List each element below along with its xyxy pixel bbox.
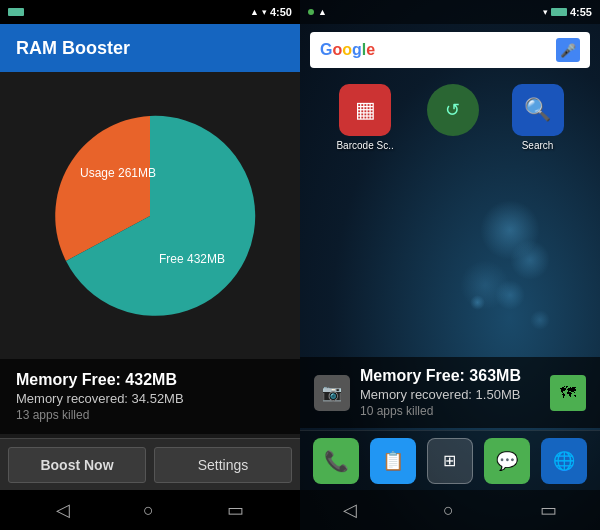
maps-icon-small: 🗺 <box>550 375 586 411</box>
action-bar: Boost Now Settings <box>0 438 300 490</box>
app-icons-row: ▦ Barcode Sc.. ↺ 🔍 Search <box>300 76 600 159</box>
g4: g <box>352 41 362 58</box>
phone-icon: 📞 <box>324 449 349 473</box>
boost-now-button[interactable]: Boost Now <box>8 447 146 483</box>
apps-killed-left: 13 apps killed <box>16 408 284 422</box>
search-glyph: 🔍 <box>524 97 551 123</box>
time-right: 4:55 <box>570 6 592 18</box>
drawer-icon: ⊞ <box>443 451 456 470</box>
dock-messaging[interactable]: 💬 <box>484 438 530 484</box>
wifi-icon-right: ▾ <box>543 7 548 17</box>
battery-icon-left <box>8 8 24 16</box>
bottom-dock: 📞 📋 ⊞ 💬 🌐 <box>300 430 600 490</box>
memory-recovered-right: Memory recovered: 1.50MB <box>360 387 521 402</box>
back-icon-left[interactable]: ◁ <box>56 499 70 521</box>
time-icons-left: ▲ ▾ 4:50 <box>250 6 292 18</box>
nav-bar-right: ◁ ○ ▭ <box>300 490 600 530</box>
maps-icon-box: 🗺 <box>550 375 586 411</box>
time-left: 4:50 <box>270 6 292 18</box>
g6: e <box>366 41 375 58</box>
app-title: RAM Booster <box>16 38 130 59</box>
search-label: Search <box>522 140 554 151</box>
back-icon-right[interactable]: ◁ <box>343 499 357 521</box>
g2: o <box>332 41 342 58</box>
right-info-text: Memory Free: 363MB Memory recovered: 1.5… <box>360 367 521 418</box>
status-bar-left: ▲ ▾ 4:50 <box>0 0 300 24</box>
g3: o <box>342 41 352 58</box>
green-icon-box: ↺ <box>427 84 479 136</box>
wifi-icon-left: ▾ <box>262 7 267 17</box>
memory-recovered-left: Memory recovered: 34.52MB <box>16 391 284 406</box>
messaging-icon: 💬 <box>496 450 518 472</box>
dock-contacts[interactable]: 📋 <box>370 438 416 484</box>
app-search[interactable]: 🔍 Search <box>512 84 564 151</box>
pie-chart: Usage 261MB Free 432MB <box>40 106 260 326</box>
app-green[interactable]: ↺ <box>427 84 479 151</box>
barcode-glyph: ▦ <box>355 97 376 123</box>
dock-browser[interactable]: 🌐 <box>541 438 587 484</box>
notification-icon <box>308 9 314 15</box>
info-box-right: 📷 Memory Free: 363MB Memory recovered: 1… <box>300 357 600 428</box>
barcode-icon-box: ▦ <box>339 84 391 136</box>
right-content: ▲ ▾ 4:55 Google 🎤 ▦ Barcode Sc.. <box>300 0 600 530</box>
google-search-bar[interactable]: Google 🎤 <box>310 32 590 68</box>
recents-icon-right[interactable]: ▭ <box>540 499 557 521</box>
signal-right: ▲ <box>318 7 327 17</box>
contacts-icon: 📋 <box>382 450 404 472</box>
green-glyph: ↺ <box>445 99 460 121</box>
g1: G <box>320 41 332 58</box>
recents-icon-left[interactable]: ▭ <box>227 499 244 521</box>
apps-killed-right: 10 apps killed <box>360 404 521 418</box>
pie-svg <box>40 106 260 326</box>
mic-icon[interactable]: 🎤 <box>556 38 580 62</box>
left-panel: ▲ ▾ 4:50 RAM Booster Usage <box>0 0 300 530</box>
right-panel: ▲ ▾ 4:55 Google 🎤 ▦ Barcode Sc.. <box>300 0 600 530</box>
usage-label: Usage 261MB <box>80 166 156 180</box>
nav-bar-left: ◁ ○ ▭ <box>0 490 300 530</box>
app-barcode[interactable]: ▦ Barcode Sc.. <box>336 84 393 151</box>
memory-free-right: Memory Free: 363MB <box>360 367 521 385</box>
status-icons-left <box>8 8 24 16</box>
signal-icon-left: ▲ <box>250 7 259 17</box>
google-logo: Google <box>320 41 375 59</box>
home-icon-left[interactable]: ○ <box>143 500 154 521</box>
spacer <box>300 159 600 357</box>
dock-phone[interactable]: 📞 <box>313 438 359 484</box>
browser-icon: 🌐 <box>553 450 575 472</box>
status-right-right: ▾ 4:55 <box>543 6 592 18</box>
free-label: Free 432MB <box>159 252 225 266</box>
barcode-label: Barcode Sc.. <box>336 140 393 151</box>
search-icon-box: 🔍 <box>512 84 564 136</box>
info-box-left: Memory Free: 432MB Memory recovered: 34.… <box>0 359 300 434</box>
status-left-right: ▲ <box>308 7 327 17</box>
camera-icon: 📷 <box>314 375 350 411</box>
dock-drawer[interactable]: ⊞ <box>427 438 473 484</box>
settings-button[interactable]: Settings <box>154 447 292 483</box>
battery-icon-right <box>551 8 567 16</box>
app-header: RAM Booster <box>0 24 300 72</box>
chart-area: Usage 261MB Free 432MB <box>0 72 300 359</box>
memory-free-left: Memory Free: 432MB <box>16 371 284 389</box>
status-bar-right: ▲ ▾ 4:55 <box>300 0 600 24</box>
home-icon-right[interactable]: ○ <box>443 500 454 521</box>
